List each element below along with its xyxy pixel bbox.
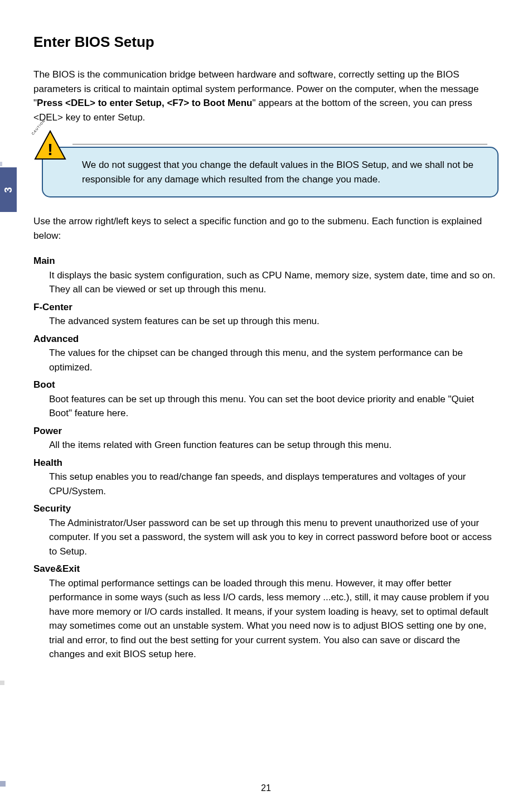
menu-name-power: Power — [33, 424, 499, 438]
menu-name-saveexit: Save&Exit — [33, 562, 499, 576]
menu-name-main: Main — [33, 254, 499, 268]
caution-text: We do not suggest that you change the de… — [82, 160, 473, 185]
caution-divider — [72, 144, 487, 144]
menu-desc-health: This setup enables you to read/change fa… — [33, 470, 499, 498]
side-tab: 3 — [0, 167, 17, 212]
menu-desc-advanced: The values for the chipset can be change… — [33, 346, 499, 374]
caution-icon: ! CAUTION — [33, 130, 67, 163]
menu-desc-security: The Administrator/User password can be s… — [33, 516, 499, 559]
menu-desc-power: All the items related with Green functio… — [33, 438, 499, 452]
menu-name-boot: Boot — [33, 378, 499, 392]
menu-desc-boot: Boot features can be set up through this… — [33, 392, 499, 421]
menu-desc-main: It displays the basic system configurati… — [33, 268, 499, 297]
menu-name-fcenter: F-Center — [33, 300, 499, 315]
side-tab-number: 3 — [2, 187, 14, 192]
menu-desc-fcenter: The advanced system features can be set … — [33, 314, 499, 329]
caution-callout: ! CAUTION We do not suggest that you cha… — [33, 147, 499, 197]
menu-name-advanced: Advanced — [33, 332, 499, 346]
post-caution-text: Use the arrow right/left keys to select … — [33, 214, 499, 243]
edge-decoration — [0, 162, 2, 166]
page-number: 21 — [0, 783, 532, 793]
svg-text:!: ! — [47, 140, 53, 158]
menu-name-health: Health — [33, 456, 499, 470]
menu-list: Main It displays the basic system config… — [33, 254, 499, 662]
page-title: Enter BIOS Setup — [33, 33, 499, 51]
intro-bold: Press <DEL> to enter Setup, <F7> to Boot… — [37, 98, 252, 108]
caution-body: We do not suggest that you change the de… — [42, 147, 499, 197]
page-content: Enter BIOS Setup The BIOS is the communi… — [0, 0, 532, 685]
menu-name-security: Security — [33, 502, 499, 516]
intro-paragraph: The BIOS is the communication bridge bet… — [33, 68, 499, 124]
edge-decoration — [0, 681, 4, 685]
menu-desc-saveexit: The optimal performance settings can be … — [33, 576, 499, 662]
